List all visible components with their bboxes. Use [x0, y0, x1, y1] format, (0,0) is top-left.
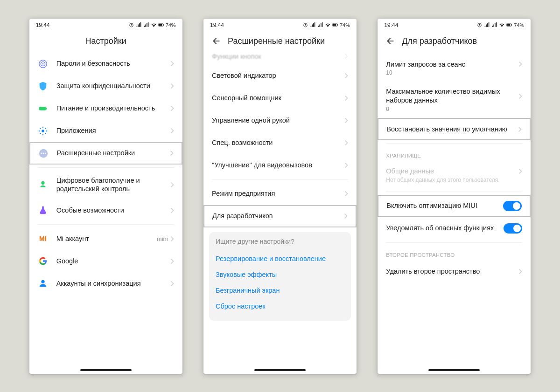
svg-rect-7 — [39, 107, 46, 110]
row-accounts[interactable]: Аккаунты и синхронизация — [29, 272, 182, 295]
row-accessibility[interactable]: Спец. возможности — [203, 132, 357, 154]
row-value: mini — [157, 235, 168, 242]
row-wellbeing[interactable]: Цифровое благополучие и родительский кон… — [29, 171, 182, 199]
nav-indicator[interactable] — [428, 369, 480, 371]
svg-rect-23 — [511, 24, 512, 26]
battery-percent: 74% — [340, 22, 350, 28]
signal-icon-2 — [317, 22, 323, 28]
chevron-icon — [171, 106, 174, 111]
chevron-icon — [171, 128, 174, 133]
svg-point-15 — [41, 280, 44, 283]
svg-rect-19 — [337, 24, 338, 26]
back-icon[interactable] — [212, 36, 221, 46]
advanced-settings-screen: 19:44 74% Расширенные настройки Функции … — [203, 19, 357, 374]
divider — [386, 192, 522, 192]
row-restore-defaults[interactable]: Восстановить значения по умолчанию — [378, 118, 531, 140]
row-shared-data: Общие данные Нет общих данных для этого … — [378, 161, 531, 189]
settings-list: Пароли и безопасность Защита конфиденциа… — [29, 53, 182, 374]
row-max-datasets[interactable]: Максимальное количество видимых наборов … — [378, 82, 531, 118]
chevron-icon — [519, 62, 522, 67]
row-led[interactable]: Световой индикатор — [203, 65, 357, 87]
row-value: 10 — [386, 69, 522, 76]
row-label: Управление одной рукой — [212, 116, 345, 125]
row-sensor[interactable]: Сенсорный помощник — [203, 87, 357, 110]
developer-options-screen: 19:44 74% Для разработчиков Лимит запрос… — [378, 19, 531, 374]
developer-list: Лимит запросов за сеанс 10 Максимальное … — [378, 53, 531, 374]
row-label: Включить оптимизацию MIUI — [386, 201, 503, 210]
row-delete-second-space[interactable]: Удалить второе пространство — [378, 261, 531, 283]
status-icons: 74% — [302, 22, 350, 28]
toggle-switch[interactable] — [503, 201, 522, 211]
svg-point-14 — [41, 181, 44, 185]
status-time: 19:44 — [384, 22, 398, 28]
divider — [38, 167, 174, 168]
row-label: Пароли и безопасность — [56, 59, 171, 68]
toggle-switch[interactable] — [504, 223, 522, 234]
header: Настройки — [29, 32, 182, 53]
header: Для разработчиков — [378, 32, 531, 53]
battery-icon — [506, 22, 512, 28]
battery-icon — [38, 103, 48, 114]
page-title: Настройки — [85, 36, 126, 46]
row-danger-notifications[interactable]: Уведомлять об опасных функциях — [378, 217, 531, 240]
row-miui-optimization[interactable]: Включить оптимизацию MIUI — [378, 195, 531, 217]
heart-icon — [38, 179, 48, 190]
link-reset[interactable]: Сброс настроек — [216, 298, 344, 314]
row-videocall[interactable]: "Улучшение" для видеовызовов — [203, 154, 357, 177]
page-title: Расширенные настройки — [228, 36, 325, 46]
row-label: Сенсорный помощник — [212, 94, 345, 103]
signal-icon — [136, 22, 142, 28]
row-cut-off[interactable]: Функции кнопок — [203, 53, 357, 65]
row-enterprise[interactable]: Режим предприятия — [203, 183, 357, 205]
row-power[interactable]: Питание и производительность — [29, 97, 182, 120]
chevron-icon — [171, 61, 174, 66]
shield-icon — [38, 81, 48, 91]
chevron-icon — [171, 182, 174, 187]
status-time: 19:44 — [36, 22, 50, 28]
wifi-icon — [325, 22, 331, 28]
row-passwords[interactable]: Пароли и безопасность — [29, 53, 182, 75]
row-label: Режим предприятия — [212, 189, 345, 198]
divider — [386, 143, 522, 144]
chevron-icon — [345, 96, 348, 101]
row-apps[interactable]: Приложения — [29, 120, 182, 142]
row-label: Mi аккаунт — [56, 234, 157, 243]
svg-rect-8 — [46, 108, 47, 110]
row-developer[interactable]: Для разработчиков — [203, 205, 357, 227]
row-label: Световой индикатор — [212, 71, 345, 80]
chevron-icon — [345, 163, 348, 168]
chevron-icon — [171, 83, 174, 89]
chevron-icon — [171, 236, 174, 241]
link-backup[interactable]: Резервирование и восстановление — [216, 251, 344, 267]
row-mi-account[interactable]: MI Mi аккаунт mini — [29, 227, 182, 250]
header: Расширенные настройки — [203, 32, 357, 53]
link-sound[interactable]: Звуковые эффекты — [216, 267, 344, 282]
signal-icon-2 — [491, 22, 497, 28]
row-label: Восстановить значения по умолчанию — [386, 125, 518, 134]
signal-icon-2 — [143, 22, 149, 28]
svg-rect-22 — [507, 24, 511, 26]
wifi-icon — [151, 22, 157, 28]
fingerprint-icon — [38, 59, 48, 69]
chevron-icon — [345, 140, 348, 145]
chevron-icon — [344, 213, 348, 219]
row-onehand[interactable]: Управление одной рукой — [203, 110, 357, 132]
row-advanced[interactable]: Расширенные настройки — [29, 142, 182, 165]
alarm-icon — [128, 22, 134, 28]
back-icon[interactable] — [386, 36, 395, 46]
nav-indicator[interactable] — [254, 369, 306, 371]
chevron-icon — [518, 127, 522, 132]
row-special[interactable]: Особые возможности — [29, 199, 182, 221]
row-label: Защита конфиденциальности — [56, 82, 171, 90]
status-icons: 74% — [476, 22, 524, 28]
nav-indicator[interactable] — [80, 369, 132, 371]
link-fullscreen[interactable]: Безграничный экран — [216, 282, 344, 298]
row-label: Приложения — [56, 126, 171, 135]
row-label: Функции кнопок — [212, 53, 261, 60]
row-request-limit[interactable]: Лимит запросов за сеанс 10 — [378, 53, 531, 82]
search-suggestions: Ищите другие настройки? Резервирование и… — [209, 232, 351, 321]
row-google[interactable]: Google — [29, 250, 182, 272]
row-privacy[interactable]: Защита конфиденциальности — [29, 75, 182, 97]
svg-rect-2 — [159, 24, 162, 26]
chevron-icon — [519, 269, 522, 274]
